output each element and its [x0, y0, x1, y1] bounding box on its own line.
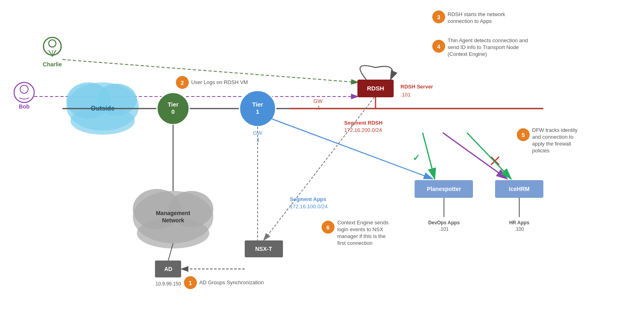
annotation-6-line2: login events to NSX — [337, 226, 384, 232]
management-network-label: Management — [156, 210, 190, 216]
annotation-6-line1: Context Engine sends — [337, 220, 389, 226]
svg-text:Tier: Tier — [252, 101, 263, 108]
svg-text:3: 3 — [437, 14, 440, 21]
svg-text:5: 5 — [522, 132, 525, 138]
annotation-4-line1: Thin Agent detects connection and — [448, 37, 528, 43]
svg-text:0: 0 — [171, 108, 175, 115]
svg-rect-0 — [0, 0, 644, 314]
annotation-4-line3: (Context Engine) — [448, 51, 487, 57]
segment-apps-subnet: 172.16.100.0/24 — [290, 203, 328, 209]
annotation-6-line3: manager if this is the — [337, 233, 386, 239]
hr-apps-ip: .100 — [514, 226, 524, 232]
badge-4: 4 — [432, 40, 445, 53]
annotation-4-line2: send ID info to Transport Node — [448, 44, 519, 50]
annotation-3-line2: connection to Apps — [448, 18, 492, 24]
tier1-node: Tier 1 — [239, 90, 276, 127]
charlie-label: Charlie — [43, 61, 62, 68]
devops-apps-ip: .101 — [439, 226, 449, 232]
hr-apps-label: HR Apps — [509, 220, 530, 226]
svg-text:IceHRM: IceHRM — [509, 186, 529, 192]
bob-label: Bob — [19, 103, 29, 110]
annotation-5-line2: and connection to — [532, 134, 574, 140]
devops-apps-label: DevOps Apps — [428, 220, 460, 226]
badge-6: 6 — [322, 221, 334, 234]
badge-1: 1 — [184, 276, 197, 289]
svg-text:1: 1 — [256, 108, 259, 115]
svg-text:NSX-T: NSX-T — [255, 246, 272, 252]
svg-text:Planespotter: Planespotter — [427, 186, 461, 192]
badge-2: 2 — [176, 76, 189, 89]
rdsh-gw-label: GW — [314, 98, 323, 104]
management-network-label2: Network — [162, 217, 184, 224]
management-network-cloud: Management Network — [133, 189, 213, 248]
ad-ip: 10.9.99.150 — [155, 281, 181, 287]
svg-text:Tier: Tier — [167, 101, 178, 108]
check-charlie: ✓ — [413, 153, 420, 163]
svg-text:RDSH: RDSH — [367, 85, 384, 92]
svg-text:4: 4 — [437, 43, 440, 50]
annotation-1: AD Groups Synchronization — [199, 279, 264, 285]
annotation-3-line1: RDSH starts the network — [448, 11, 506, 17]
rdsh-server-label: RDSH Server — [400, 84, 433, 90]
svg-text:AD: AD — [164, 266, 172, 272]
segment-apps-label: Segment Apps — [290, 196, 326, 202]
annotation-6-line4: first connection — [337, 240, 372, 246]
segment-rdsh-label: Segment RDSH — [344, 120, 382, 126]
annotation-5-line3: apply the firewall — [532, 141, 571, 147]
svg-text:2: 2 — [181, 80, 184, 86]
badge-3: 3 — [432, 10, 445, 23]
annotation-5-line1: DFW tracks identity — [532, 127, 578, 133]
rdsh-server-ip: .101 — [400, 92, 411, 98]
segment-rdsh-subnet: 172.16.200.0/24 — [344, 127, 382, 133]
rdsh-gw-ip: .1 — [316, 105, 320, 111]
annotation-5-line4: policies — [532, 148, 550, 154]
svg-text:1: 1 — [189, 280, 192, 286]
annotation-2: User Logs on RDSH VM — [191, 79, 248, 85]
svg-text:6: 6 — [326, 224, 330, 231]
badge-5: 5 — [517, 128, 530, 141]
ad-node: AD 10.9.99.150 — [155, 261, 181, 287]
nsxt-node: NSX-T — [245, 240, 283, 257]
